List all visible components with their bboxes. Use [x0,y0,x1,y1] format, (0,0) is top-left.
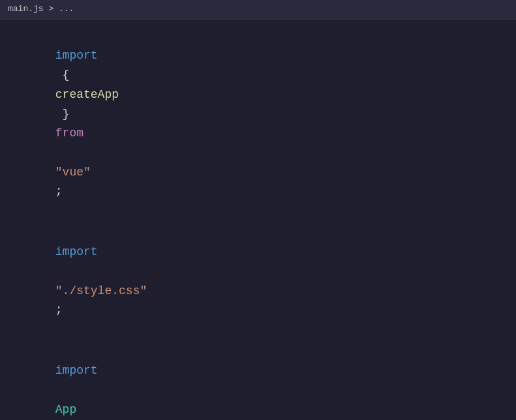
breadcrumb-text: main.js > ... [8,4,74,14]
space [55,146,63,159]
string-vue: "vue" [55,166,91,179]
keyword-import: import [55,245,98,258]
semicolon: ; [55,185,63,198]
code-line: import App from "./App.vue" ; [0,341,516,420]
code-line: import "./style.css" ; [0,222,516,341]
keyword-import: import [55,364,98,377]
breadcrumb: main.js > ... [0,0,516,20]
identifier-app: App [55,403,76,416]
editor-container: main.js > ... import { createApp } from … [0,0,516,420]
keyword-from: from [55,127,83,140]
string-style: "./style.css" [55,284,147,297]
semicolon: ; [55,303,63,316]
code-area: import { createApp } from "vue" ; import… [0,20,516,420]
space [55,383,63,397]
identifier-createapp: createApp [55,88,119,101]
code-line: import { createApp } from "vue" ; [0,26,516,222]
keyword-import: import [55,49,98,62]
space [55,265,63,278]
punctuation: { [55,68,76,82]
punctuation: } [55,108,76,121]
